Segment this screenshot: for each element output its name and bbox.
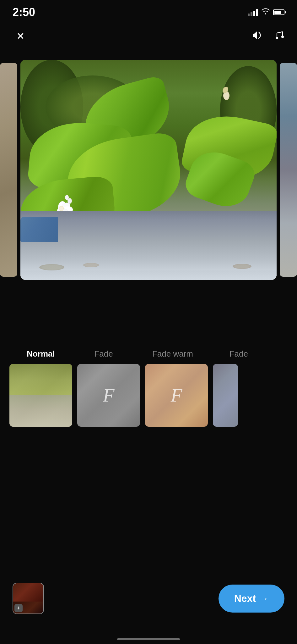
filter-label-fade[interactable]: Fade <box>72 349 135 359</box>
toolbar-right <box>251 30 284 43</box>
filter-thumb-fade[interactable]: F <box>77 364 140 427</box>
status-time: 2:50 <box>13 6 35 19</box>
filter-thumb-normal[interactable] <box>9 364 72 427</box>
close-icon: ✕ <box>16 30 25 42</box>
filter-f-fadewarm: F <box>171 385 182 406</box>
filter-labels: Normal Fade Fade warm Fade <box>0 343 297 364</box>
filter-thumb-fademore[interactable] <box>213 364 238 427</box>
home-indicator <box>117 638 180 640</box>
toolbar: ✕ <box>0 22 297 50</box>
svg-line-2 <box>277 32 283 33</box>
filter-label-normal[interactable]: Normal <box>9 349 72 359</box>
bottom-bar: + Next → <box>0 569 297 644</box>
add-media-plus-icon: + <box>14 604 23 612</box>
volume-icon[interactable] <box>251 31 262 42</box>
signal-icon <box>248 8 258 16</box>
spacer <box>0 289 297 343</box>
wifi-icon <box>261 8 270 17</box>
next-button[interactable]: Next → <box>219 585 284 613</box>
filter-f-fade: F <box>103 385 115 406</box>
svg-point-1 <box>281 36 284 38</box>
status-icons <box>248 8 284 17</box>
filter-label-fademore[interactable]: Fade <box>210 349 248 359</box>
filter-thumb-fadewarm[interactable]: F <box>145 364 208 427</box>
filter-section: Normal Fade Fade warm Fade F F <box>0 343 297 436</box>
music-icon[interactable] <box>274 30 284 43</box>
main-image <box>20 60 277 280</box>
image-carousel[interactable] <box>0 50 297 289</box>
battery-icon <box>273 9 284 15</box>
add-media-button[interactable]: + <box>13 583 44 614</box>
filter-thumbnails: F F <box>0 364 297 427</box>
carousel-left-image <box>0 63 17 277</box>
filter-label-fadewarm[interactable]: Fade warm <box>135 349 210 359</box>
close-button[interactable]: ✕ <box>13 28 28 44</box>
status-bar: 2:50 <box>0 0 297 22</box>
svg-point-0 <box>276 37 278 39</box>
carousel-right-image <box>280 63 297 277</box>
